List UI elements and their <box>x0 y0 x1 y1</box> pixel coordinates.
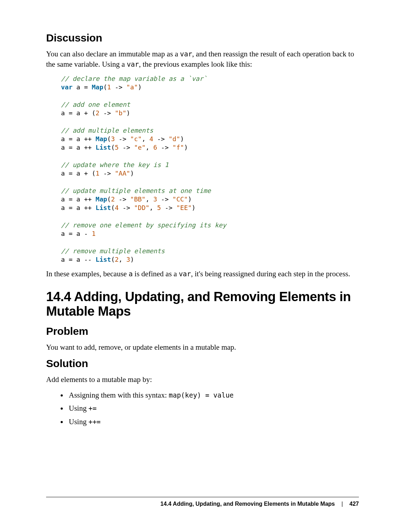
code-string: "AA" <box>115 170 130 177</box>
code-number: 1 <box>107 83 111 91</box>
code-comment: // remove multiple elements <box>61 247 165 255</box>
code-number: 2 <box>115 256 119 263</box>
code-text: ( <box>107 135 111 143</box>
discussion-heading: Discussion <box>46 32 359 44</box>
footer-separator: | <box>337 501 348 507</box>
list-item: Using ++= <box>67 416 359 428</box>
code-string: "CC" <box>172 195 188 203</box>
code-type: List <box>96 256 111 263</box>
text: , it's being reassigned during each step… <box>191 270 350 278</box>
list-item: Assigning them with this syntax: map(key… <box>67 390 359 401</box>
problem-heading: Problem <box>46 325 359 337</box>
code-type: Map <box>96 135 107 143</box>
code-text: ( <box>111 256 115 263</box>
solution-bullets: Assigning them with this syntax: map(key… <box>46 390 359 428</box>
code-number: 3 <box>153 195 157 203</box>
code-text: -> <box>157 144 172 151</box>
code-text: ( <box>111 144 115 151</box>
code-text: ) <box>138 83 142 91</box>
code-text: a = a ++ <box>61 144 96 151</box>
text: Using <box>69 417 88 426</box>
code-text: , <box>119 256 127 263</box>
text: You can also declare an immutable map as… <box>46 50 180 58</box>
code-text: -> <box>115 135 130 143</box>
code-text: a = a ++ <box>61 135 96 143</box>
code-text: a = a -- <box>61 256 96 263</box>
code-text: ) <box>130 256 134 263</box>
code-text: -> <box>153 135 168 143</box>
code-number: 1 <box>96 170 100 177</box>
inline-code: var <box>180 50 192 58</box>
code-text: -> <box>115 195 130 203</box>
inline-code: map(key) = value <box>169 391 234 399</box>
inline-code: var <box>179 270 191 278</box>
code-text: -> <box>119 204 134 211</box>
code-type: List <box>96 144 111 151</box>
code-comment: // remove one element by specifying its … <box>61 221 226 229</box>
code-text: , <box>145 144 153 151</box>
page: Discussion You can also declare an immut… <box>0 0 405 532</box>
code-string: "BB" <box>130 195 145 203</box>
text: is defined as a <box>133 270 179 278</box>
code-comment: // add multiple elements <box>61 127 153 134</box>
code-text: ( <box>107 195 111 203</box>
code-string: "e" <box>134 144 146 151</box>
code-number: 2 <box>96 109 100 117</box>
code-type: Map <box>92 83 104 91</box>
inline-code: var <box>127 60 139 68</box>
code-string: "c" <box>130 135 142 143</box>
code-string: "a" <box>126 83 138 91</box>
code-number: 5 <box>157 204 161 211</box>
code-string: "d" <box>169 135 181 143</box>
code-comment: // add one element <box>61 101 130 108</box>
inline-code: ++= <box>88 418 100 426</box>
page-footer: 14.4 Adding, Updating, and Removing Elem… <box>46 497 359 507</box>
code-number: 3 <box>126 256 130 263</box>
recipe-heading: 14.4 Adding, Updating, and Removing Elem… <box>46 290 359 318</box>
code-text: ) <box>126 109 130 117</box>
discussion-para-2: In these examples, because a is defined … <box>46 269 359 279</box>
discussion-para-1: You can also declare an immutable map as… <box>46 49 359 70</box>
inline-code: a <box>129 270 133 278</box>
code-text: a = a ++ <box>61 204 96 211</box>
code-text: ( <box>111 204 115 211</box>
code-string: "EE" <box>176 204 192 211</box>
code-text: -> <box>99 109 115 117</box>
code-text: -> <box>99 170 115 177</box>
code-text: -> <box>111 83 126 91</box>
code-text: ) <box>180 135 184 143</box>
code-type: List <box>96 204 111 211</box>
inline-code: += <box>88 404 96 412</box>
code-type: Map <box>96 195 107 203</box>
problem-text: You want to add, remove, or update eleme… <box>46 342 359 353</box>
code-number: 5 <box>115 144 119 151</box>
code-number: 1 <box>92 230 96 237</box>
code-string: "b" <box>115 109 127 117</box>
footer-title: 14.4 Adding, Updating, and Removing Elem… <box>160 501 335 507</box>
code-text: -> <box>157 195 172 203</box>
code-comment: // update multiple elements at one time <box>61 187 211 194</box>
text: , the previous examples look like this: <box>139 60 252 68</box>
code-text: ) <box>184 144 188 151</box>
code-text: a = a + ( <box>61 109 96 117</box>
code-text: ( <box>103 83 107 91</box>
code-block: // declare the map variable as a `var` v… <box>61 74 359 264</box>
code-keyword: var <box>61 83 73 91</box>
text: In these examples, because <box>46 270 129 278</box>
code-text: a = a - <box>61 230 92 237</box>
code-number: 6 <box>153 144 157 151</box>
code-text: , <box>149 204 157 211</box>
code-number: 4 <box>149 135 153 143</box>
code-number: 2 <box>111 195 115 203</box>
code-text: -> <box>119 144 134 151</box>
text: Assigning them with this syntax: <box>69 391 169 399</box>
code-number: 4 <box>115 204 119 211</box>
footer-page-number: 427 <box>349 501 359 507</box>
code-text: ) <box>188 195 192 203</box>
code-text: ) <box>192 204 196 211</box>
code-text: , <box>142 135 150 143</box>
text: Using <box>69 404 88 412</box>
code-text: a = <box>73 83 92 91</box>
code-text: -> <box>161 204 176 211</box>
code-text: a = a ++ <box>61 195 96 203</box>
